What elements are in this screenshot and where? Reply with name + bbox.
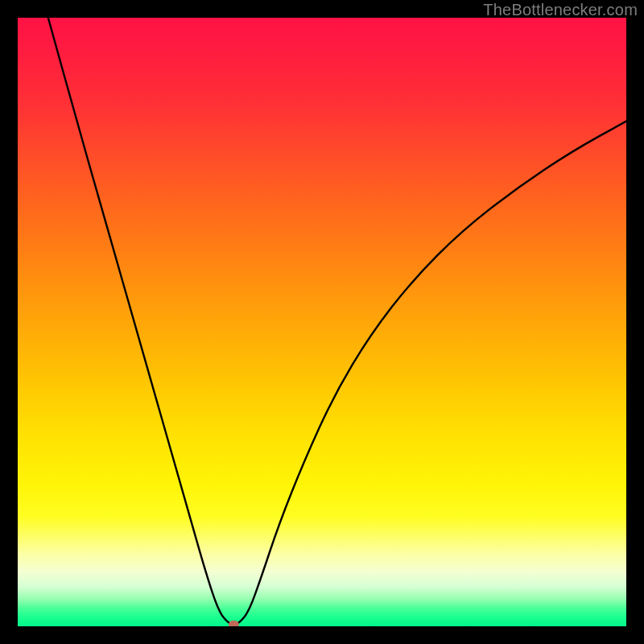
bottleneck-curve — [48, 18, 626, 624]
plot-area — [18, 18, 626, 626]
chart-frame: TheBottlenecker.com — [0, 0, 644, 644]
curve-layer — [18, 18, 626, 626]
minimum-marker — [229, 621, 239, 626]
watermark-text: TheBottlenecker.com — [483, 1, 638, 19]
